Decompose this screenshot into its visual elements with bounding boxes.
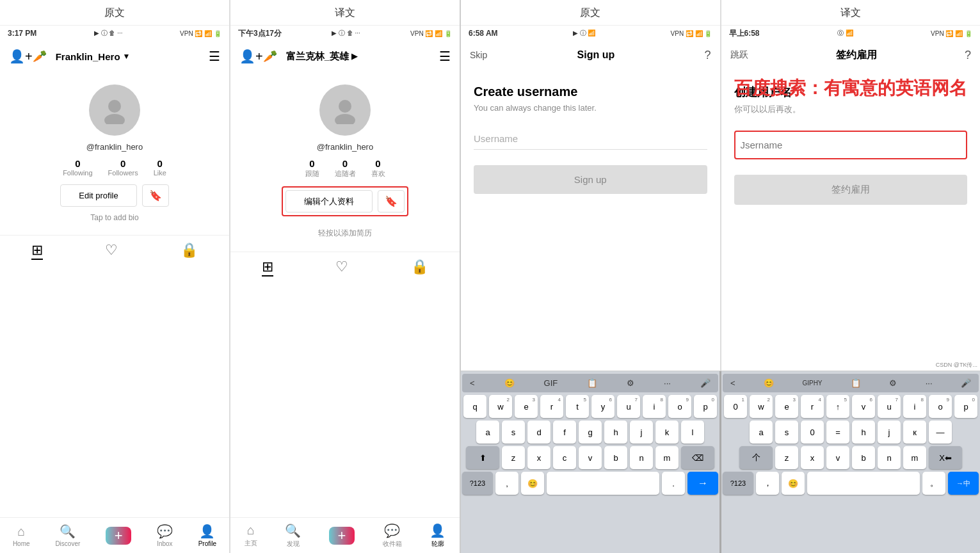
kb-zh-0-num[interactable]: 0 — [801, 421, 824, 444]
kb-a[interactable]: a — [476, 421, 499, 444]
hamburger-icon[interactable]: ☰ — [209, 49, 220, 64]
add-user-icon[interactable]: 👤+ — [9, 49, 33, 64]
kb-gif-label-zh[interactable]: GIPHY — [798, 378, 826, 389]
home-nav-zh-left[interactable]: ⌂ 主页 — [245, 523, 257, 548]
kb-comma-zh[interactable]: ， — [756, 472, 779, 495]
kb-zh-v[interactable]: v6 — [852, 395, 875, 418]
kb-k[interactable]: k — [655, 421, 679, 444]
kb-p[interactable]: p0 — [694, 395, 717, 418]
kb-d[interactable]: d — [527, 421, 550, 444]
plus-nav-zh-left[interactable]: + — [329, 527, 355, 545]
kb-emoji-key[interactable]: 😊 — [521, 472, 544, 495]
kb-go[interactable]: → — [687, 472, 718, 495]
kb-w[interactable]: w2 — [489, 395, 512, 418]
kb-period[interactable]: . — [662, 472, 685, 495]
heart-tab-zh-left[interactable]: ♡ — [335, 259, 348, 276]
kb-zh-x[interactable]: x — [801, 446, 824, 469]
bookmark-button-zh[interactable]: 🔖 — [378, 190, 405, 212]
kb-i[interactable]: i8 — [643, 395, 666, 418]
kb-y[interactable]: y6 — [591, 395, 615, 418]
kb-zh-r[interactable]: r4 — [801, 395, 824, 418]
kb-zh-o[interactable]: o9 — [929, 395, 952, 418]
username-input[interactable] — [474, 128, 707, 149]
heart-tab-left[interactable]: ♡ — [105, 242, 118, 260]
plus-button-zh-left[interactable]: + — [329, 527, 355, 545]
kb-zh-0[interactable]: 01 — [724, 395, 747, 418]
kb-backspace[interactable]: ⌫ — [681, 446, 714, 469]
kb-v[interactable]: v — [579, 446, 602, 469]
kb-num-toggle-zh[interactable]: ?123 — [723, 472, 753, 495]
kb-b[interactable]: b — [604, 446, 627, 469]
kb-zh-w[interactable]: w2 — [750, 395, 773, 418]
lock-tab-left[interactable]: 🔒 — [181, 242, 198, 260]
kb-shift[interactable]: ⬆ — [466, 446, 499, 469]
kb-zh-up[interactable]: ↑5 — [826, 395, 849, 418]
kb-zh-v2[interactable]: v — [826, 446, 849, 469]
kb-num-toggle[interactable]: ?123 — [462, 472, 493, 495]
kb-go-zh[interactable]: →中 — [948, 472, 979, 495]
profile-nav-zh-left[interactable]: 👤 轮廓 — [430, 523, 446, 549]
plus-nav-left[interactable]: + — [106, 527, 131, 545]
kb-zh-b[interactable]: b — [852, 446, 875, 469]
kb-zh-n[interactable]: n — [878, 446, 901, 469]
kb-zh-dash[interactable]: — — [929, 421, 952, 444]
discover-nav-left[interactable]: 🔍 Discover — [55, 524, 80, 547]
kb-zh-m[interactable]: m — [903, 446, 926, 469]
kb-zh-s[interactable]: s — [775, 421, 798, 444]
kb-clipboard-icon-zh[interactable]: 📋 — [847, 376, 865, 390]
kb-z[interactable]: z — [502, 446, 525, 469]
kb-zh-j[interactable]: j — [878, 421, 901, 444]
kb-o[interactable]: o9 — [668, 395, 691, 418]
discover-nav-zh-left[interactable]: 🔍 发现 — [285, 523, 301, 549]
inbox-nav-left[interactable]: 💬 Inbox — [157, 524, 173, 547]
bookmark-button-left[interactable]: 🔖 — [142, 184, 169, 207]
kb-emoji-icon[interactable]: 😊 — [501, 376, 518, 390]
kb-m[interactable]: m — [655, 446, 679, 469]
kb-c[interactable]: c — [553, 446, 576, 469]
kb-backspace-zh[interactable]: X⬅ — [929, 446, 962, 469]
signup-submit-button[interactable]: Sign up — [474, 165, 707, 194]
kb-mic-icon-zh[interactable]: 🎤 — [957, 376, 975, 390]
kb-emoji-key-zh[interactable]: 😊 — [782, 472, 805, 495]
help-icon-zh[interactable]: ? — [965, 49, 971, 62]
kb-zh-u[interactable]: u7 — [878, 395, 901, 418]
kb-zh-a[interactable]: a — [750, 421, 773, 444]
kb-zh-k[interactable]: к — [903, 421, 926, 444]
username-input-zh[interactable] — [741, 134, 961, 156]
plus-button-left[interactable]: + — [106, 527, 131, 545]
kb-zh-h[interactable]: h — [852, 421, 875, 444]
kb-more-icon[interactable]: ··· — [660, 376, 675, 390]
kb-space-zh[interactable] — [807, 472, 920, 495]
kb-zh-i[interactable]: i8 — [903, 395, 926, 418]
skip-button[interactable]: Skip — [470, 50, 487, 60]
kb-t[interactable]: t5 — [566, 395, 589, 418]
kb-back-icon-zh[interactable]: < — [727, 376, 739, 390]
kb-back-icon[interactable]: < — [466, 376, 479, 390]
kb-g[interactable]: g — [579, 421, 602, 444]
kb-gif-label[interactable]: GIF — [540, 376, 562, 390]
kb-r[interactable]: r4 — [540, 395, 563, 418]
kb-n[interactable]: n — [630, 446, 653, 469]
kb-l[interactable]: l — [681, 421, 704, 444]
grid-tab-left[interactable]: ⊞ — [31, 242, 43, 260]
profile-nav-left[interactable]: 👤 Profile — [198, 524, 216, 547]
grid-tab-zh-left[interactable]: ⊞ — [262, 259, 273, 276]
edit-profile-button-left[interactable]: Edit profile — [60, 184, 136, 207]
kb-period-zh[interactable]: 。 — [922, 472, 945, 495]
kb-e[interactable]: e3 — [515, 395, 538, 418]
kb-zh-z[interactable]: z — [775, 446, 798, 469]
inbox-nav-zh-left[interactable]: 💬 收件箱 — [383, 523, 402, 549]
edit-profile-button-zh[interactable]: 编辑个人资料 — [285, 190, 373, 212]
kb-settings-icon-zh[interactable]: ⚙ — [885, 376, 901, 390]
lock-tab-zh-left[interactable]: 🔒 — [411, 259, 428, 276]
skip-button-zh[interactable]: 跳跃 — [730, 49, 748, 61]
kb-j[interactable]: j — [630, 421, 653, 444]
kb-h[interactable]: h — [604, 421, 627, 444]
add-user-icon-zh[interactable]: 👤+ — [239, 49, 263, 64]
kb-space[interactable] — [547, 472, 659, 495]
kb-zh-e[interactable]: e3 — [775, 395, 798, 418]
kb-settings-icon[interactable]: ⚙ — [623, 376, 638, 390]
kb-clipboard-icon[interactable]: 📋 — [583, 376, 601, 390]
kb-zh-p[interactable]: p0 — [954, 395, 977, 418]
kb-q[interactable]: q — [463, 395, 486, 418]
